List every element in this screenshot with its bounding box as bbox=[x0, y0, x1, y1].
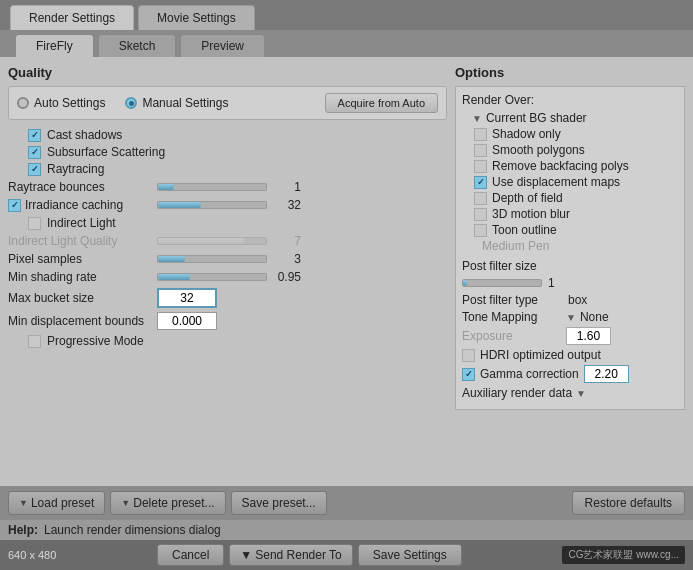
toon-outline-row: Toon outline bbox=[474, 223, 678, 237]
render-over-label: Render Over: bbox=[462, 93, 678, 107]
tab-render-settings[interactable]: Render Settings bbox=[10, 5, 134, 30]
exposure-label: Exposure bbox=[462, 329, 562, 343]
use-displacement-checkbox[interactable] bbox=[474, 176, 487, 189]
auxiliary-label: Auxiliary render data bbox=[462, 386, 572, 400]
motion-blur-checkbox[interactable] bbox=[474, 208, 487, 221]
indirect-light-label: Indirect Light bbox=[47, 216, 116, 230]
manual-settings-radio[interactable]: Manual Settings bbox=[125, 93, 228, 113]
use-displacement-label: Use displacement maps bbox=[492, 175, 620, 189]
dropdown-arrow-icon: ▼ bbox=[472, 113, 482, 124]
watermark: CG艺术家联盟 www.cg... bbox=[562, 546, 685, 564]
min-shading-value: 0.95 bbox=[271, 270, 301, 284]
subsurface-label: Subsurface Scattering bbox=[47, 145, 165, 159]
settings-mode-row: Auto Settings Manual Settings Acquire fr… bbox=[8, 86, 447, 120]
exposure-input[interactable] bbox=[566, 327, 611, 345]
hdri-label: HDRI optimized output bbox=[480, 348, 601, 362]
smooth-polygons-row: Smooth polygons bbox=[474, 143, 678, 157]
cast-shadows-checkbox[interactable] bbox=[28, 129, 41, 142]
gamma-label: Gamma correction bbox=[480, 367, 579, 381]
post-filter-size-value: 1 bbox=[548, 276, 555, 290]
use-displacement-row: Use displacement maps bbox=[474, 175, 678, 189]
toon-outline-label: Toon outline bbox=[492, 223, 557, 237]
raytracing-checkbox[interactable] bbox=[28, 163, 41, 176]
delete-preset-arrow-icon: ▼ bbox=[121, 498, 130, 508]
post-filter-slider[interactable] bbox=[462, 279, 542, 287]
tab-sketch[interactable]: Sketch bbox=[98, 34, 177, 57]
tab-movie-settings[interactable]: Movie Settings bbox=[138, 5, 255, 30]
save-settings-button[interactable]: Save Settings bbox=[358, 544, 462, 566]
save-preset-button[interactable]: Save preset... bbox=[231, 491, 327, 515]
auto-settings-radio[interactable]: Auto Settings bbox=[17, 93, 105, 113]
irradiance-checkbox[interactable] bbox=[8, 199, 21, 212]
min-displacement-label: Min displacement bounds bbox=[8, 314, 153, 328]
min-displacement-input[interactable] bbox=[157, 312, 217, 330]
remove-backfacing-label: Remove backfacing polys bbox=[492, 159, 629, 173]
post-filter-slider-row: 1 bbox=[462, 276, 678, 290]
indirect-light-checkbox[interactable] bbox=[28, 217, 41, 230]
depth-of-field-checkbox[interactable] bbox=[474, 192, 487, 205]
indirect-quality-slider bbox=[157, 237, 267, 245]
hdri-checkbox[interactable] bbox=[462, 349, 475, 362]
raytrace-bounces-label: Raytrace bounces bbox=[8, 180, 153, 194]
raytrace-bounces-value: 1 bbox=[271, 180, 301, 194]
load-preset-button[interactable]: ▼ Load preset bbox=[8, 491, 105, 515]
min-shading-slider[interactable] bbox=[157, 273, 267, 281]
tone-mapping-value: None bbox=[580, 310, 609, 324]
current-bg-label[interactable]: Current BG shader bbox=[486, 111, 587, 125]
cancel-button[interactable]: Cancel bbox=[157, 544, 224, 566]
smooth-polygons-checkbox[interactable] bbox=[474, 144, 487, 157]
hdri-row: HDRI optimized output bbox=[462, 348, 678, 362]
load-preset-arrow-icon: ▼ bbox=[19, 498, 28, 508]
tab-firefly[interactable]: FireFly bbox=[15, 34, 94, 57]
irradiance-label: Irradiance caching bbox=[25, 198, 123, 212]
raytrace-bounces-row: Raytrace bounces 1 bbox=[8, 180, 447, 194]
post-filter-size-label: Post filter size bbox=[462, 259, 562, 273]
smooth-polygons-label: Smooth polygons bbox=[492, 143, 585, 157]
progressive-mode-label: Progressive Mode bbox=[47, 334, 144, 348]
remove-backfacing-checkbox[interactable] bbox=[474, 160, 487, 173]
subsurface-scattering-row: Subsurface Scattering bbox=[28, 145, 447, 159]
shadow-only-checkbox[interactable] bbox=[474, 128, 487, 141]
gamma-input[interactable] bbox=[584, 365, 629, 383]
manual-settings-label: Manual Settings bbox=[142, 96, 228, 110]
irradiance-caching-row: Irradiance caching 32 bbox=[8, 198, 447, 212]
max-bucket-input[interactable] bbox=[157, 288, 217, 308]
delete-preset-button[interactable]: ▼ Delete preset... bbox=[110, 491, 225, 515]
irradiance-value: 32 bbox=[271, 198, 301, 212]
progressive-mode-checkbox[interactable] bbox=[28, 335, 41, 348]
resolution-display: 640 x 480 bbox=[8, 549, 56, 561]
pixel-samples-slider[interactable] bbox=[157, 255, 267, 263]
motion-blur-row: 3D motion blur bbox=[474, 207, 678, 221]
bottom-buttons: ▼ Load preset ▼ Delete preset... Save pr… bbox=[0, 486, 693, 520]
depth-of-field-label: Depth of field bbox=[492, 191, 563, 205]
tone-mapping-label: Tone Mapping bbox=[462, 310, 562, 324]
irradiance-slider[interactable] bbox=[157, 201, 267, 209]
raytracing-label: Raytracing bbox=[47, 162, 104, 176]
subsurface-checkbox[interactable] bbox=[28, 146, 41, 159]
gamma-checkbox[interactable] bbox=[462, 368, 475, 381]
depth-of-field-row: Depth of field bbox=[474, 191, 678, 205]
help-label: Help: bbox=[8, 523, 38, 537]
toon-outline-checkbox[interactable] bbox=[474, 224, 487, 237]
pixel-samples-label: Pixel samples bbox=[8, 252, 153, 266]
acquire-from-auto-button[interactable]: Acquire from Auto bbox=[325, 93, 438, 113]
tab-preview[interactable]: Preview bbox=[180, 34, 265, 57]
options-box: Render Over: ▼ Current BG shader Shadow … bbox=[455, 86, 685, 410]
main-container: Render Settings Movie Settings FireFly S… bbox=[0, 0, 693, 570]
max-bucket-label: Max bucket size bbox=[8, 291, 153, 305]
options-panel: Options Render Over: ▼ Current BG shader… bbox=[455, 65, 685, 478]
help-bar: Help: Launch render dimensions dialog bbox=[0, 520, 693, 540]
progressive-mode-row: Progressive Mode bbox=[28, 334, 447, 348]
current-bg-dropdown-row: ▼ Current BG shader bbox=[472, 111, 678, 125]
tone-mapping-row: Tone Mapping ▼ None bbox=[462, 310, 678, 324]
tone-arrow-icon: ▼ bbox=[566, 312, 576, 323]
send-render-to-button[interactable]: ▼ Send Render To bbox=[229, 544, 352, 566]
min-shading-label: Min shading rate bbox=[8, 270, 153, 284]
remove-backfacing-row: Remove backfacing polys bbox=[474, 159, 678, 173]
cast-shadows-label: Cast shadows bbox=[47, 128, 122, 142]
indirect-light-row: Indirect Light bbox=[28, 216, 447, 230]
restore-defaults-button[interactable]: Restore defaults bbox=[572, 491, 685, 515]
auxiliary-row: Auxiliary render data ▼ bbox=[462, 386, 678, 400]
raytrace-bounces-slider[interactable] bbox=[157, 183, 267, 191]
gamma-row: Gamma correction bbox=[462, 365, 678, 383]
